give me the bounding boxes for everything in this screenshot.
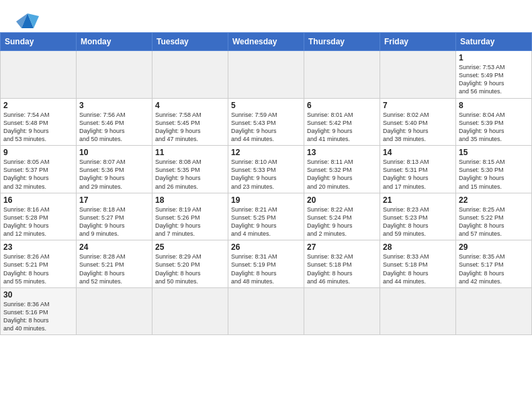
calendar-cell: 23Sunrise: 8:26 AM Sunset: 5:21 PM Dayli… xyxy=(1,240,77,288)
day-number: 16 xyxy=(3,195,73,205)
day-info: Sunrise: 7:56 AM Sunset: 5:46 PM Dayligh… xyxy=(79,111,149,144)
day-number: 4 xyxy=(155,101,225,110)
day-number: 6 xyxy=(307,101,377,110)
day-info: Sunrise: 8:04 AM Sunset: 5:39 PM Dayligh… xyxy=(459,111,529,144)
calendar-cell xyxy=(228,287,304,335)
header xyxy=(0,0,532,32)
day-info: Sunrise: 8:11 AM Sunset: 5:32 PM Dayligh… xyxy=(307,158,377,191)
day-info: Sunrise: 7:53 AM Sunset: 5:49 PM Dayligh… xyxy=(459,63,529,96)
day-info: Sunrise: 8:13 AM Sunset: 5:31 PM Dayligh… xyxy=(383,158,453,191)
calendar-week-row: 23Sunrise: 8:26 AM Sunset: 5:21 PM Dayli… xyxy=(1,240,532,288)
day-number: 7 xyxy=(383,101,453,110)
day-number: 10 xyxy=(79,148,149,157)
weekday-header-saturday: Saturday xyxy=(456,33,532,51)
weekday-header-tuesday: Tuesday xyxy=(152,33,228,51)
day-number: 24 xyxy=(79,242,149,252)
day-number: 8 xyxy=(459,101,529,110)
day-info: Sunrise: 8:16 AM Sunset: 5:28 PM Dayligh… xyxy=(3,205,73,238)
day-number: 21 xyxy=(383,195,453,205)
day-info: Sunrise: 8:21 AM Sunset: 5:25 PM Dayligh… xyxy=(231,205,301,238)
day-number: 18 xyxy=(155,195,225,205)
day-info: Sunrise: 8:35 AM Sunset: 5:17 PM Dayligh… xyxy=(459,253,529,285)
weekday-header-wednesday: Wednesday xyxy=(228,33,304,51)
calendar-cell xyxy=(304,51,380,99)
calendar-week-row: 16Sunrise: 8:16 AM Sunset: 5:28 PM Dayli… xyxy=(1,193,532,240)
calendar-cell: 19Sunrise: 8:21 AM Sunset: 5:25 PM Dayli… xyxy=(228,193,304,240)
day-number: 1 xyxy=(459,53,529,62)
calendar-cell xyxy=(1,51,77,99)
day-info: Sunrise: 8:23 AM Sunset: 5:23 PM Dayligh… xyxy=(383,205,453,238)
calendar-cell xyxy=(152,287,228,335)
calendar-cell: 28Sunrise: 8:33 AM Sunset: 5:18 PM Dayli… xyxy=(380,240,456,288)
day-info: Sunrise: 8:08 AM Sunset: 5:35 PM Dayligh… xyxy=(155,158,225,191)
calendar-cell: 1Sunrise: 7:53 AM Sunset: 5:49 PM Daylig… xyxy=(456,51,532,99)
weekday-header-row: SundayMondayTuesdayWednesdayThursdayFrid… xyxy=(1,33,532,51)
day-info: Sunrise: 8:15 AM Sunset: 5:30 PM Dayligh… xyxy=(459,158,529,191)
calendar-cell: 2Sunrise: 7:54 AM Sunset: 5:48 PM Daylig… xyxy=(1,98,77,146)
weekday-header-thursday: Thursday xyxy=(304,33,380,51)
weekday-header-friday: Friday xyxy=(380,33,456,51)
day-info: Sunrise: 8:32 AM Sunset: 5:18 PM Dayligh… xyxy=(307,253,377,285)
day-info: Sunrise: 8:26 AM Sunset: 5:21 PM Dayligh… xyxy=(3,253,73,285)
calendar-cell: 16Sunrise: 8:16 AM Sunset: 5:28 PM Dayli… xyxy=(1,193,77,240)
day-info: Sunrise: 8:10 AM Sunset: 5:33 PM Dayligh… xyxy=(231,158,301,191)
calendar-cell: 24Sunrise: 8:28 AM Sunset: 5:21 PM Dayli… xyxy=(77,240,152,288)
day-number: 19 xyxy=(231,195,301,205)
calendar-cell: 11Sunrise: 8:08 AM Sunset: 5:35 PM Dayli… xyxy=(152,146,228,193)
day-info: Sunrise: 8:02 AM Sunset: 5:40 PM Dayligh… xyxy=(383,111,453,144)
day-info: Sunrise: 8:05 AM Sunset: 5:37 PM Dayligh… xyxy=(3,158,73,191)
day-number: 30 xyxy=(3,290,73,300)
calendar-cell: 4Sunrise: 7:58 AM Sunset: 5:45 PM Daylig… xyxy=(152,98,228,146)
calendar-cell: 14Sunrise: 8:13 AM Sunset: 5:31 PM Dayli… xyxy=(380,146,456,193)
calendar-cell xyxy=(304,287,380,335)
calendar-cell: 10Sunrise: 8:07 AM Sunset: 5:36 PM Dayli… xyxy=(77,146,152,193)
day-number: 25 xyxy=(155,242,225,252)
calendar-cell: 30Sunrise: 8:36 AM Sunset: 5:16 PM Dayli… xyxy=(1,287,77,335)
calendar-cell xyxy=(228,51,304,99)
day-info: Sunrise: 7:54 AM Sunset: 5:48 PM Dayligh… xyxy=(3,111,73,144)
day-info: Sunrise: 8:19 AM Sunset: 5:26 PM Dayligh… xyxy=(155,205,225,238)
day-info: Sunrise: 7:58 AM Sunset: 5:45 PM Dayligh… xyxy=(155,111,225,144)
day-number: 12 xyxy=(231,148,301,157)
day-info: Sunrise: 8:25 AM Sunset: 5:22 PM Dayligh… xyxy=(459,205,529,238)
calendar-cell xyxy=(77,287,152,335)
calendar-cell: 12Sunrise: 8:10 AM Sunset: 5:33 PM Dayli… xyxy=(228,146,304,193)
day-info: Sunrise: 8:18 AM Sunset: 5:27 PM Dayligh… xyxy=(79,205,149,238)
calendar-cell: 8Sunrise: 8:04 AM Sunset: 5:39 PM Daylig… xyxy=(456,98,532,146)
day-number: 28 xyxy=(383,242,453,252)
calendar-cell: 15Sunrise: 8:15 AM Sunset: 5:30 PM Dayli… xyxy=(456,146,532,193)
calendar-cell: 6Sunrise: 8:01 AM Sunset: 5:42 PM Daylig… xyxy=(304,98,380,146)
calendar-cell: 3Sunrise: 7:56 AM Sunset: 5:46 PM Daylig… xyxy=(77,98,152,146)
day-info: Sunrise: 8:36 AM Sunset: 5:16 PM Dayligh… xyxy=(3,300,73,333)
calendar-cell: 7Sunrise: 8:02 AM Sunset: 5:40 PM Daylig… xyxy=(380,98,456,146)
day-number: 14 xyxy=(383,148,453,157)
calendar-table: SundayMondayTuesdayWednesdayThursdayFrid… xyxy=(0,32,532,335)
day-info: Sunrise: 8:01 AM Sunset: 5:42 PM Dayligh… xyxy=(307,111,377,144)
day-info: Sunrise: 8:31 AM Sunset: 5:19 PM Dayligh… xyxy=(231,253,301,285)
calendar-cell: 13Sunrise: 8:11 AM Sunset: 5:32 PM Dayli… xyxy=(304,146,380,193)
calendar-cell: 25Sunrise: 8:29 AM Sunset: 5:20 PM Dayli… xyxy=(152,240,228,288)
day-number: 3 xyxy=(79,101,149,110)
day-info: Sunrise: 7:59 AM Sunset: 5:43 PM Dayligh… xyxy=(231,111,301,144)
day-number: 2 xyxy=(3,101,73,110)
day-number: 17 xyxy=(79,195,149,205)
calendar-cell xyxy=(380,287,456,335)
day-info: Sunrise: 8:28 AM Sunset: 5:21 PM Dayligh… xyxy=(79,253,149,285)
calendar-cell xyxy=(152,51,228,99)
page: SundayMondayTuesdayWednesdayThursdayFrid… xyxy=(0,0,532,335)
logo xyxy=(13,12,40,26)
calendar-cell xyxy=(380,51,456,99)
calendar-cell: 21Sunrise: 8:23 AM Sunset: 5:23 PM Dayli… xyxy=(380,193,456,240)
calendar-cell: 20Sunrise: 8:22 AM Sunset: 5:24 PM Dayli… xyxy=(304,193,380,240)
day-number: 20 xyxy=(307,195,377,205)
day-info: Sunrise: 8:22 AM Sunset: 5:24 PM Dayligh… xyxy=(307,205,377,238)
day-number: 27 xyxy=(307,242,377,252)
day-number: 9 xyxy=(3,148,73,157)
weekday-header-monday: Monday xyxy=(77,33,152,51)
calendar-cell: 29Sunrise: 8:35 AM Sunset: 5:17 PM Dayli… xyxy=(456,240,532,288)
logo-icon xyxy=(15,9,40,31)
calendar-week-row: 2Sunrise: 7:54 AM Sunset: 5:48 PM Daylig… xyxy=(1,98,532,146)
calendar-cell: 9Sunrise: 8:05 AM Sunset: 5:37 PM Daylig… xyxy=(1,146,77,193)
calendar-cell xyxy=(77,51,152,99)
day-number: 5 xyxy=(231,101,301,110)
